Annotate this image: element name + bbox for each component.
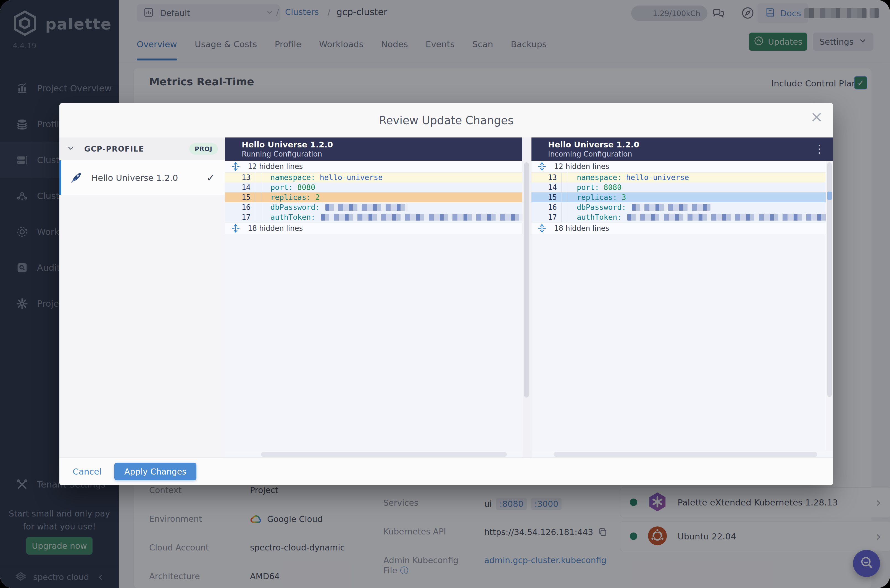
redacted-value <box>632 204 710 211</box>
incoming-code-body: 12 hidden lines13namespace:hello-univers… <box>531 160 833 458</box>
yaml-key: replicas: <box>577 192 617 202</box>
code-line-13: 13namespace:hello-universe <box>225 172 522 183</box>
diff-change-marker <box>827 192 832 200</box>
gutter <box>561 172 567 183</box>
line-number: 14 <box>531 183 561 192</box>
unfold-icon <box>538 162 546 171</box>
unfold-icon <box>538 224 546 233</box>
line-number: 17 <box>531 212 561 222</box>
diff-view: Hello Universe 1.2.0 Running Configurati… <box>225 138 833 458</box>
kebab-menu-icon[interactable]: ⋮ <box>814 142 825 155</box>
app-window: palette 4.4.19 Project OverviewProfilesC… <box>0 0 890 588</box>
line-number: 14 <box>225 183 255 192</box>
review-update-changes-modal: Review Update Changes × GCP-PROFILE PROJ… <box>59 103 833 485</box>
incoming-pane-header: Hello Universe 1.2.0 Incoming Configurat… <box>531 138 833 160</box>
hidden-lines-label: 12 hidden lines <box>248 162 303 171</box>
line-number: 16 <box>531 202 561 212</box>
redacted-value <box>321 214 522 220</box>
code-line-15: 15replicas:2 <box>225 192 522 202</box>
gutter <box>255 192 261 202</box>
gutter <box>561 183 567 192</box>
modal-title: Review Update Changes <box>379 114 514 127</box>
modal-header: Review Update Changes × <box>59 103 833 138</box>
gutter <box>561 202 567 212</box>
horizontal-scrollbar <box>531 451 833 458</box>
yaml-key: authToken: <box>577 212 622 222</box>
line-number: 17 <box>225 212 255 222</box>
editor-empty-area <box>225 234 522 451</box>
incoming-configuration-pane: Hello Universe 1.2.0 Incoming Configurat… <box>531 138 833 458</box>
yaml-key: dbPassword: <box>577 202 626 212</box>
yaml-value: 8080 <box>297 183 315 192</box>
yaml-key: dbPassword: <box>271 202 320 212</box>
rocket-icon <box>70 171 83 185</box>
vertical-scrollbar-thumb[interactable] <box>524 162 529 398</box>
modal-footer: Cancel Apply Changes <box>59 458 833 485</box>
profile-group-name: GCP-PROFILE <box>84 145 144 153</box>
code-line-16: 16dbPassword: <box>225 202 522 212</box>
code-line-14: 14port:8080 <box>531 183 833 192</box>
yaml-value: hello-universe <box>320 172 383 183</box>
yaml-value: hello-universe <box>626 172 689 183</box>
hidden-lines-expander[interactable]: 12 hidden lines <box>225 160 522 172</box>
code-line-17: 17authToken: <box>225 212 522 222</box>
apply-changes-button[interactable]: Apply Changes <box>114 463 196 480</box>
gutter <box>255 183 261 192</box>
yaml-key: port: <box>271 183 293 192</box>
code-line-17: 17authToken: <box>531 212 833 222</box>
cancel-button[interactable]: Cancel <box>73 466 102 477</box>
code-line-14: 14port:8080 <box>225 183 522 192</box>
hidden-lines-label: 18 hidden lines <box>248 224 303 232</box>
yaml-key: authToken: <box>271 212 316 222</box>
incoming-vertical-scrollbar <box>825 160 833 451</box>
running-pane-subtitle: Running Configuration <box>242 150 522 159</box>
yaml-value: 2 <box>315 192 320 202</box>
gutter <box>561 192 567 202</box>
code-line-13: 13namespace:hello-universe <box>531 172 833 183</box>
yaml-key: namespace: <box>577 172 622 183</box>
incoming-pane-title: Hello Universe 1.2.0 <box>548 140 833 150</box>
line-number: 13 <box>531 172 561 183</box>
yaml-key: namespace: <box>271 172 316 183</box>
yaml-key: replicas: <box>271 192 311 202</box>
line-number: 15 <box>225 192 255 202</box>
redacted-value <box>627 214 833 220</box>
close-icon[interactable]: × <box>810 109 823 124</box>
line-number: 16 <box>225 202 255 212</box>
incoming-pane-subtitle: Incoming Configuration <box>548 150 833 159</box>
gutter <box>561 212 567 222</box>
horizontal-scrollbar-thumb[interactable] <box>553 452 817 457</box>
scope-badge: PROJ <box>189 143 218 154</box>
profile-panel: GCP-PROFILE PROJ Hello Universe 1.2.0 ✓ <box>59 138 226 458</box>
running-configuration-pane: Hello Universe 1.2.0 Running Configurati… <box>225 138 522 458</box>
diff-vertical-scrollbar <box>522 138 531 458</box>
unfold-icon <box>231 162 240 171</box>
horizontal-scrollbar <box>225 451 522 458</box>
profile-group-header[interactable]: GCP-PROFILE PROJ <box>59 138 225 160</box>
line-number: 13 <box>225 172 255 183</box>
yaml-value: 3 <box>621 192 626 202</box>
code-line-15: 15replicas:3 <box>531 192 833 202</box>
code-line-16: 16dbPassword: <box>531 202 833 212</box>
running-pane-title: Hello Universe 1.2.0 <box>242 140 522 150</box>
hidden-lines-expander[interactable]: 18 hidden lines <box>225 222 522 234</box>
yaml-key: port: <box>577 183 599 192</box>
yaml-value: 8080 <box>604 183 621 192</box>
profile-item-label: Hello Universe 1.2.0 <box>92 173 178 183</box>
editor-empty-area <box>531 234 833 451</box>
redacted-value <box>325 204 408 211</box>
gutter <box>255 202 261 212</box>
unfold-icon <box>231 224 240 233</box>
hidden-lines-expander[interactable]: 12 hidden lines <box>531 160 833 172</box>
hidden-lines-expander[interactable]: 18 hidden lines <box>531 222 833 234</box>
hidden-lines-label: 18 hidden lines <box>554 224 609 232</box>
profile-item-hello-universe[interactable]: Hello Universe 1.2.0 ✓ <box>59 160 225 195</box>
check-icon: ✓ <box>206 172 215 184</box>
horizontal-scrollbar-thumb[interactable] <box>261 452 507 457</box>
hidden-lines-label: 12 hidden lines <box>554 162 609 171</box>
gutter <box>255 172 261 183</box>
chevron-down-icon <box>66 144 75 153</box>
line-number: 15 <box>531 192 561 202</box>
running-pane-header: Hello Universe 1.2.0 Running Configurati… <box>225 138 522 160</box>
running-code-body: 12 hidden lines13namespace:hello-univers… <box>225 160 522 458</box>
